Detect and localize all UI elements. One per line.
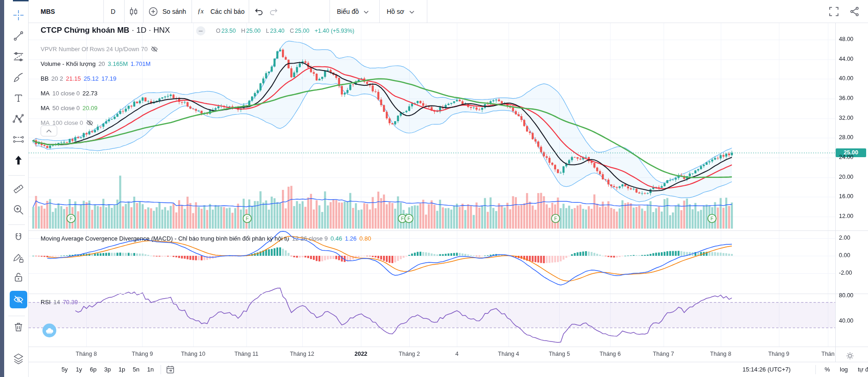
redo-icon[interactable] xyxy=(269,6,281,19)
cloud-icon xyxy=(45,327,54,334)
bottombar-separator xyxy=(161,365,161,374)
range-button-5y[interactable]: 5y xyxy=(58,362,72,377)
toolbar-separator xyxy=(427,0,427,23)
bb-upper-value: 25.12 xyxy=(84,75,99,82)
bottom-toolbar: 15:14:26 (UTC+7) % log tự động 5y1y6p3p1… xyxy=(29,362,868,377)
tool-lock-all[interactable] xyxy=(10,269,27,286)
rsi-value: 70.39 xyxy=(63,299,78,306)
broker-logo xyxy=(42,324,56,337)
object-tree-icon xyxy=(12,352,25,365)
eye-off-icon[interactable] xyxy=(150,45,158,53)
collapse-title-button[interactable]: – xyxy=(196,26,205,35)
time-axis-label: Tháng 4 xyxy=(490,351,527,357)
legend-bb[interactable]: BB 20 2 21.15 25.12 17.19 xyxy=(41,74,116,83)
macd-hist-value: 0.46 xyxy=(330,235,342,242)
hide-drawings-icon xyxy=(12,294,24,306)
tool-crosshair[interactable] xyxy=(10,6,27,24)
range-button-1p[interactable]: 1p xyxy=(115,362,129,377)
crosshair-icon xyxy=(12,9,25,22)
legend-ma50[interactable]: MA 50 close 0 20.09 xyxy=(41,103,97,112)
magnet-icon xyxy=(12,232,25,245)
chart-menu-label: Biểu đồ xyxy=(337,8,359,15)
axis-settings-gear-icon[interactable] xyxy=(845,351,855,360)
time-axis-label: Tháng 11 xyxy=(228,351,265,357)
range-button-5n[interactable]: 5n xyxy=(129,362,143,377)
toolbar-separator xyxy=(379,0,380,23)
chevron-down-icon xyxy=(364,11,369,14)
fx-icon: ƒx xyxy=(198,0,204,23)
tool-forecast[interactable] xyxy=(10,131,27,148)
brush-icon xyxy=(12,71,25,84)
legend-rsi[interactable]: RSI 14 70.39 xyxy=(41,297,78,306)
toolbar-separator xyxy=(103,0,104,23)
time-axis-label: Tháng 8 xyxy=(702,351,739,357)
tool-fib-retracement[interactable] xyxy=(10,48,27,65)
axis-tick: 20.00 xyxy=(839,174,853,180)
range-button-3p[interactable]: 3p xyxy=(101,362,114,377)
axis-tick: 12.00 xyxy=(839,213,853,219)
chart-menu-button[interactable]: Biểu đồ xyxy=(337,0,369,23)
ma50-value: 20.09 xyxy=(83,105,98,112)
range-button-1n[interactable]: 1n xyxy=(144,362,157,377)
time-axis[interactable]: Tháng 8Tháng 9Tháng 10Tháng 11Tháng 1220… xyxy=(29,347,835,362)
drawing-lock-icon xyxy=(12,252,25,265)
clock-display[interactable]: 15:14:26 (UTC+7) xyxy=(742,362,790,377)
macd-line-value: 1.26 xyxy=(345,235,357,242)
tool-drawing-lock[interactable] xyxy=(10,249,27,267)
share-icon[interactable] xyxy=(849,6,862,19)
chart-canvas[interactable] xyxy=(29,23,868,362)
tool-xabcd-pattern[interactable] xyxy=(10,110,27,128)
tool-ruler[interactable] xyxy=(10,180,27,198)
sidebar-divider xyxy=(8,224,25,225)
price-axis[interactable]: 25.00 48.0044.0040.0036.0032.0028.0024.0… xyxy=(835,23,868,362)
chevron-down-icon xyxy=(409,11,414,14)
range-button-1y[interactable]: 1y xyxy=(72,362,86,377)
log-scale-button[interactable]: log xyxy=(840,362,848,377)
tool-trend-line[interactable] xyxy=(10,27,27,45)
sidebar-accent-strip xyxy=(0,0,4,377)
collapse-legend-button[interactable] xyxy=(41,125,57,136)
time-axis-label: Tháng 5 xyxy=(541,351,578,357)
axis-tick: 48.00 xyxy=(839,36,853,42)
ohlc-readout: O23.50 H25.00 L23.40 C25.00 +1.40 (+5.93… xyxy=(216,28,354,34)
legend-macd[interactable]: Moving Average Covergence Divergence (MA… xyxy=(41,234,371,243)
range-button-6p[interactable]: 6p xyxy=(86,362,100,377)
tool-remove-drawings[interactable] xyxy=(10,318,27,336)
time-axis-label: Tháng 6 xyxy=(592,351,629,357)
auto-scale-button[interactable]: tự động xyxy=(858,362,868,377)
plus-circle-icon xyxy=(148,6,161,19)
axis-tick: 2.00 xyxy=(839,235,850,241)
time-axis-label: Tháng 10 xyxy=(175,351,212,357)
percent-scale-button[interactable]: % xyxy=(825,362,830,377)
compare-button[interactable]: So sánh xyxy=(162,0,186,23)
tool-brush[interactable] xyxy=(10,69,27,86)
profile-menu-button[interactable]: Hồ sơ xyxy=(387,0,414,23)
forecast-icon xyxy=(12,133,25,146)
tool-zoom-in[interactable] xyxy=(10,201,27,218)
tool-arrow-marker[interactable] xyxy=(10,152,27,169)
candle-style-button[interactable] xyxy=(127,5,140,18)
toolbar-separator xyxy=(192,0,192,23)
lock-all-icon xyxy=(12,271,25,284)
interval-button[interactable]: D xyxy=(111,0,115,23)
tool-hide-drawings[interactable] xyxy=(10,291,27,308)
tool-text[interactable] xyxy=(10,89,27,107)
tool-object-tree[interactable] xyxy=(10,350,27,367)
chart-title[interactable]: CTCP Chứng khoán MB · 1D · HNX xyxy=(41,26,170,35)
indicators-button[interactable]: Các chỉ báo xyxy=(210,0,245,23)
profile-menu-label: Hồ sơ xyxy=(387,8,404,15)
symbol-search-button[interactable]: MBS xyxy=(41,0,55,23)
undo-icon[interactable] xyxy=(254,6,267,19)
sidebar-divider xyxy=(8,316,25,316)
tool-magnet[interactable] xyxy=(10,230,27,247)
goto-date-icon[interactable] xyxy=(165,365,178,377)
axis-tick: 0.00 xyxy=(839,252,850,259)
legend-vpvr[interactable]: VPVR Number Of Rows 24 Up/Down 70 xyxy=(41,44,158,53)
axis-tick: 32.00 xyxy=(839,115,853,121)
volume-value: 3.165M xyxy=(108,60,128,67)
open-value: 23.50 xyxy=(221,28,236,34)
fullscreen-icon[interactable] xyxy=(828,6,841,19)
eye-off-icon[interactable] xyxy=(86,119,94,127)
legend-ma10[interactable]: MA 10 close 0 22.73 xyxy=(41,88,97,98)
legend-volume[interactable]: Volume - Khối lượng 20 3.165M 1.701M xyxy=(41,59,150,68)
